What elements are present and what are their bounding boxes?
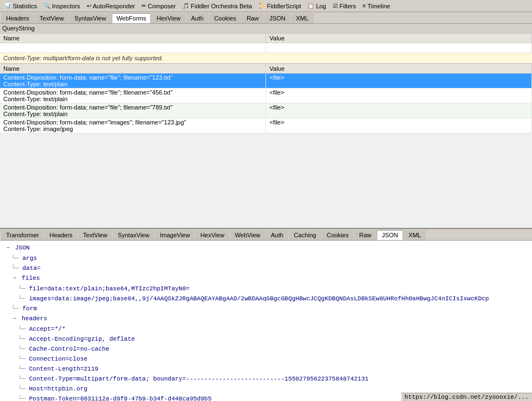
tree-node-content-type[interactable]: └─ Content-Type=multipart/form-data; bou… xyxy=(1,374,531,384)
tab-raw-upper[interactable]: Raw xyxy=(242,13,264,23)
connector-images: └─ xyxy=(18,295,25,302)
tab-transformer[interactable]: Transformer xyxy=(1,230,44,240)
connector-host: └─ xyxy=(18,385,25,392)
composer-icon: ✏ xyxy=(142,3,146,9)
composer-label: Composer xyxy=(148,3,176,9)
fd-col-name: Name xyxy=(0,64,266,74)
table-row[interactable]: Content-Disposition: form-data; name="fi… xyxy=(0,74,532,88)
tab-auth-upper[interactable]: Auth xyxy=(186,13,209,23)
upper-section: Headers TextView SyntaxView WebForms Hex… xyxy=(0,12,532,228)
tree-node-files[interactable]: − files xyxy=(1,273,531,284)
toolbar-composer[interactable]: ✏ Composer xyxy=(138,2,179,11)
tree-node-images[interactable]: └─ images=data:image/jpeg;base64,,9j/4AA… xyxy=(1,294,531,304)
qs-col-name: Name xyxy=(0,34,266,43)
tree-node-accept-encoding[interactable]: └─ Accept-Encoding=gzip, deflate xyxy=(1,334,531,344)
autoresponder-label: AutoResponder xyxy=(93,3,135,9)
fiddler-orchestra-icon: 🎵 xyxy=(182,3,189,9)
fd-cell-value-1: <file> xyxy=(266,74,532,88)
expand-json[interactable]: − xyxy=(5,244,12,253)
tree-key-args: args xyxy=(22,255,36,262)
table-row[interactable]: Content-Disposition: form-data; name="im… xyxy=(0,118,532,133)
tab-textview-upper[interactable]: TextView xyxy=(35,13,69,23)
inspectors-label: Inspectors xyxy=(52,3,80,9)
tree-key-connection: Connection=close xyxy=(29,356,87,362)
toolbar-fiddler-orchestra[interactable]: 🎵 Fiddler Orchestra Beta xyxy=(179,2,255,11)
tab-auth-lower[interactable]: Auth xyxy=(266,230,289,240)
tab-caching[interactable]: Caching xyxy=(289,230,321,240)
tree-key-cache-control: Cache-Control=no-cache xyxy=(29,346,109,352)
upper-tab-bar: Headers TextView SyntaxView WebForms Hex… xyxy=(0,12,532,24)
fd-cell-name-3: Content-Disposition: form-data; name="fi… xyxy=(0,103,266,118)
querystring-label: QueryString xyxy=(0,24,532,33)
expand-headers[interactable]: − xyxy=(12,315,18,324)
table-row[interactable]: Content-Disposition: form-data; name="fi… xyxy=(0,103,532,118)
tab-syntaxview-lower[interactable]: SyntaxView xyxy=(113,230,154,240)
connector-postman-token: └─ xyxy=(18,395,25,401)
tree-key-headers: headers xyxy=(22,315,47,322)
tab-xml-upper[interactable]: XML xyxy=(291,13,314,23)
tab-headers-upper[interactable]: Headers xyxy=(1,13,34,23)
expand-files[interactable]: − xyxy=(12,274,18,283)
tab-imageview[interactable]: ImageView xyxy=(155,230,195,240)
tree-key-accept: Accept=*/* xyxy=(29,326,65,332)
connector-content-type: └─ xyxy=(18,375,25,382)
tab-syntaxview-upper[interactable]: SyntaxView xyxy=(69,13,111,23)
tab-json-upper[interactable]: JSON xyxy=(264,13,290,23)
tree-key-data: data= xyxy=(22,265,40,272)
connector-content-length: └─ xyxy=(18,365,25,372)
table-row[interactable]: Content-Disposition: form-data; name="fi… xyxy=(0,88,532,103)
lower-section: Transformer Headers TextView SyntaxView … xyxy=(0,228,532,401)
tree-key-postman-token: Postman-Token=0831112a-d9f9-47b9-b34f-d4… xyxy=(29,395,211,401)
tree-node-cache-control[interactable]: └─ Cache-Control=no-cache xyxy=(1,344,531,354)
tree-key-host: Host=httpbin.org xyxy=(29,386,87,392)
tree-node-headers[interactable]: − headers xyxy=(1,314,531,324)
connector-form: └─ xyxy=(12,305,19,312)
toolbar-statistics[interactable]: 📊 Statistics xyxy=(1,2,40,11)
tab-cookies-upper[interactable]: Cookies xyxy=(209,13,241,23)
filters-label: Filters xyxy=(340,3,356,9)
toolbar-log[interactable]: 📋 Log xyxy=(304,2,329,11)
tree-node-connection[interactable]: └─ Connection=close xyxy=(1,354,531,364)
main-toolbar: 📊 Statistics 🔍 Inspectors ↩ AutoResponde… xyxy=(0,0,532,12)
timeline-icon: ≡ xyxy=(363,3,366,9)
tab-webview[interactable]: WebView xyxy=(230,230,265,240)
toolbar-filters[interactable]: ☑ Filters xyxy=(330,2,359,11)
tab-xml-lower[interactable]: XML xyxy=(404,230,426,240)
tree-key-content-length: Content-Length=2119 xyxy=(29,366,98,372)
autoresponder-icon: ↩ xyxy=(87,3,91,9)
tree-key-json: JSON xyxy=(15,244,29,251)
tree-node-form[interactable]: └─ form xyxy=(1,304,531,314)
tab-headers-lower[interactable]: Headers xyxy=(45,230,78,240)
fd-cell-value-2: <file> xyxy=(266,88,532,103)
tree-node-json[interactable]: − JSON xyxy=(1,243,531,253)
tree-node-data[interactable]: └─ data= xyxy=(1,263,531,273)
connector-connection: └─ xyxy=(18,355,25,362)
tab-json-lower[interactable]: JSON xyxy=(377,230,403,240)
statistics-label: Statistics xyxy=(13,3,37,9)
connector-accept-encoding: └─ xyxy=(18,335,25,342)
tab-raw-lower[interactable]: Raw xyxy=(354,230,376,240)
tree-node-file[interactable]: └─ file=data:text/plain;base64,MTIzc2hpI… xyxy=(1,284,531,294)
toolbar-timeline[interactable]: ≡ Timeline xyxy=(359,2,394,11)
tree-node-args[interactable]: └─ args xyxy=(1,253,531,263)
tree-node-content-length[interactable]: └─ Content-Length=2119 xyxy=(1,364,531,374)
toolbar-inspectors[interactable]: 🔍 Inspectors xyxy=(40,2,84,11)
tab-hexview-upper[interactable]: HexView xyxy=(152,13,185,23)
fiddler-orchestra-label: Fiddler Orchestra Beta xyxy=(191,3,252,9)
fd-col-value: Value xyxy=(266,64,532,74)
tree-key-accept-encoding: Accept-Encoding=gzip, deflate xyxy=(29,336,134,342)
log-label: Log xyxy=(316,3,326,9)
toolbar-fiddlerscript[interactable]: 📜 FiddlerScript xyxy=(255,2,305,11)
tab-hexview-lower[interactable]: HexView xyxy=(195,230,229,240)
tree-key-images: images=data:image/jpeg;base64,,9j/4AAQSk… xyxy=(29,295,489,302)
fd-cell-name-1: Content-Disposition: form-data; name="fi… xyxy=(0,74,266,88)
tree-node-accept[interactable]: └─ Accept=*/* xyxy=(1,324,531,334)
status-bar: https://blog.csdn.net/zyoooxie/... xyxy=(401,393,532,401)
tab-textview-lower[interactable]: TextView xyxy=(78,230,112,240)
json-tree-pane: − JSON └─ args └─ data= − files xyxy=(0,241,532,401)
tab-cookies-lower[interactable]: Cookies xyxy=(322,230,354,240)
timeline-label: Timeline xyxy=(368,3,390,9)
toolbar-autoresponder[interactable]: ↩ AutoResponder xyxy=(84,2,138,11)
tab-webforms-upper[interactable]: WebForms xyxy=(112,13,152,23)
filters-icon: ☑ xyxy=(333,3,338,9)
